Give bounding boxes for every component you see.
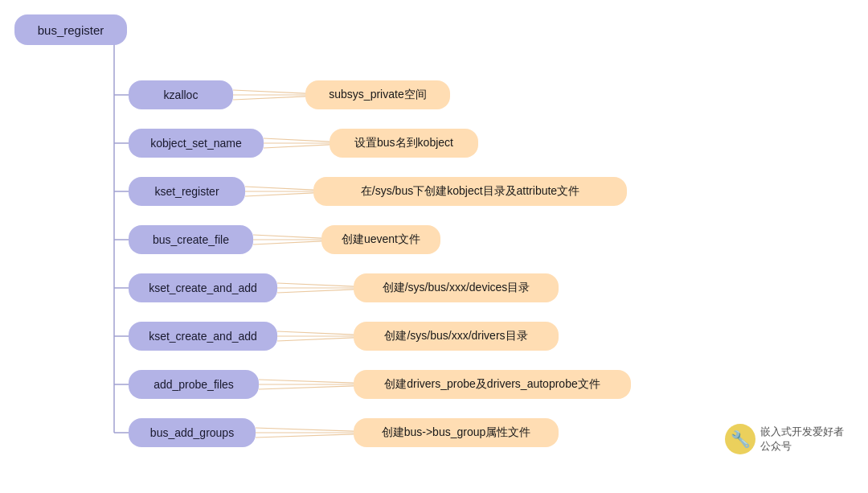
node-kset-create-1: kset_create_and_add [129,273,277,302]
node-kset-register: kset_register [129,177,245,206]
svg-line-15 [264,145,330,148]
node-kobject-set-name: kobject_set_name [129,129,264,158]
node-kzalloc: kzalloc [129,80,233,109]
svg-line-24 [277,290,354,293]
node-r-bus-create: 创建uevent文件 [321,225,440,254]
node-r-groups: 创建bus->bus_group属性文件 [354,418,559,447]
svg-line-12 [233,97,305,100]
svg-line-19 [253,235,321,238]
root-node: bus_register [14,14,127,45]
svg-line-27 [277,338,354,341]
svg-line-21 [253,241,321,244]
node-r-kset2: 创建/sys/bus/xxx/drivers目录 [354,322,559,351]
svg-line-28 [259,380,354,383]
watermark-text: 嵌入式开发爱好者 公众号 [760,425,844,454]
svg-line-13 [264,138,330,142]
svg-line-16 [245,187,313,190]
node-r-kzalloc: subsys_private空间 [305,80,450,109]
svg-line-33 [256,434,354,438]
node-r-probe: 创建drivers_probe及drivers_autoprobe文件 [354,370,631,399]
node-bus-add-groups: bus_add_groups [129,418,256,447]
node-add-probe-files: add_probe_files [129,370,259,399]
node-kset-create-2: kset_create_and_add [129,322,277,351]
watermark-icon: 🔧 [725,424,755,454]
node-r-kset-reg: 在/sys/bus下创建kobject目录及attribute文件 [313,177,627,206]
node-bus-create-file: bus_create_file [129,225,253,254]
svg-line-10 [233,90,305,93]
watermark: 🔧 嵌入式开发爱好者 公众号 [725,424,844,454]
svg-line-25 [277,331,354,335]
diagram-container: bus_register kzalloc kobject_set_name ks… [0,0,868,493]
svg-line-30 [259,386,354,389]
node-r-kset1: 创建/sys/bus/xxx/devices目录 [354,273,559,302]
svg-line-22 [277,283,354,286]
node-r-kobject: 设置bus名到kobject [330,129,478,158]
svg-line-31 [256,428,354,431]
svg-line-18 [245,193,313,196]
